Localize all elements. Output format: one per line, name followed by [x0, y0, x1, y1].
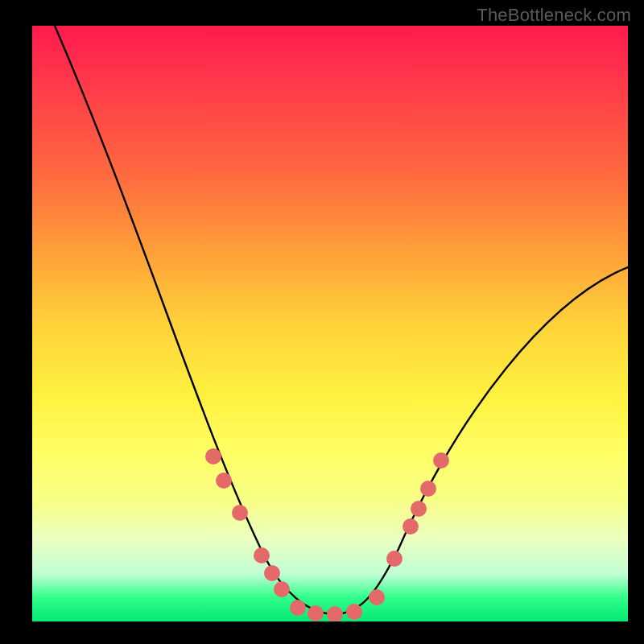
- plot-area: [32, 26, 628, 621]
- curve-marker: [433, 452, 449, 469]
- curve-marker: [327, 606, 343, 621]
- curve-marker: [216, 473, 232, 489]
- curve-marker: [274, 581, 290, 597]
- curve-marker: [386, 551, 402, 567]
- curve-marker: [402, 518, 419, 535]
- bottleneck-curve: [55, 26, 628, 614]
- chart-frame: TheBottleneck.com: [0, 0, 644, 644]
- curve-marker: [290, 600, 306, 616]
- curve-marker: [411, 501, 427, 517]
- curve-markers: [205, 448, 449, 621]
- curve-marker: [254, 547, 270, 564]
- curve-marker: [420, 481, 436, 497]
- curve-marker: [308, 605, 324, 621]
- curve-marker: [264, 565, 280, 581]
- curve-marker: [232, 505, 248, 521]
- chart-svg: [32, 26, 628, 621]
- curve-marker: [346, 604, 362, 620]
- curve-marker: [369, 589, 385, 605]
- curve-marker: [205, 448, 221, 464]
- watermark-text: TheBottleneck.com: [477, 5, 631, 26]
